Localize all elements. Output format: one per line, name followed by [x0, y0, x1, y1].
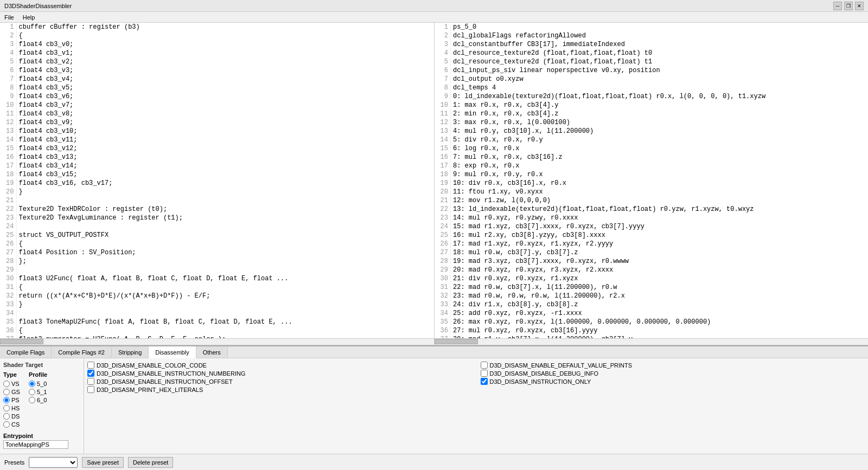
- line-number: 8: [0, 83, 16, 92]
- right-code-table: 1ps_5_02dcl_globalFlags refactoringAllow…: [435, 23, 869, 338]
- flag-instruction-offset-label: D3D_DISASM_ENABLE_INSTRUCTION_OFFSET: [97, 378, 233, 385]
- right-scrollbar-thumb[interactable]: [435, 339, 478, 344]
- line-number: 16: [0, 153, 16, 162]
- menu-file[interactable]: File: [0, 13, 18, 22]
- line-number: 31: [0, 283, 16, 292]
- presets-label: Presets: [4, 459, 24, 466]
- table-row: 29: [0, 266, 434, 274]
- code-line: dcl_globalFlags refactoringAllowed: [451, 31, 869, 40]
- right-scrollbar-horizontal[interactable]: [435, 338, 869, 345]
- tab-others[interactable]: Others: [196, 346, 228, 358]
- profile-60-label: 6_0: [37, 397, 47, 403]
- line-number: 29: [0, 266, 16, 274]
- type-ds-radio[interactable]: [3, 413, 10, 420]
- profile-50-radio[interactable]: [29, 381, 35, 387]
- type-hs[interactable]: HS: [3, 405, 20, 411]
- flag-default-value[interactable]: D3D_DISASM_ENABLE_DEFAULT_VALUE_PRINTS: [481, 362, 865, 369]
- type-ds[interactable]: DS: [3, 413, 20, 420]
- tab-compile-flags-2[interactable]: Compile Flags #2: [52, 346, 112, 358]
- table-row: 3021: div r0.xyz, r0.xyzx, r1.xyzx: [435, 274, 869, 283]
- profile-50[interactable]: 5_0: [29, 381, 47, 387]
- left-code-scroll[interactable]: 1cbuffer cBuffer : register (b3)2{3 floa…: [0, 23, 434, 338]
- entrypoint-input[interactable]: [3, 440, 68, 449]
- flag-instruction-offset-checkbox[interactable]: [87, 378, 94, 385]
- flag-color-code-label: D3D_DISASM_ENABLE_COLOR_CODE: [97, 362, 207, 369]
- table-row: 6 float4 cb3_v3;: [0, 66, 434, 75]
- line-number: 28: [435, 257, 451, 266]
- flag-instruction-offset[interactable]: D3D_DISASM_ENABLE_INSTRUCTION_OFFSET: [87, 378, 472, 385]
- table-row: 4 float4 cb3_v1;: [0, 49, 434, 57]
- table-row: 31{: [0, 283, 434, 292]
- code-line: Texture2D TexAvgLuminance : register (t1…: [16, 214, 434, 222]
- flag-hex-literals[interactable]: D3D_DISASM_PRINT_HEX_LITERALS: [87, 386, 472, 393]
- code-line: float4 cb3_v9;: [16, 118, 434, 127]
- delete-preset-button[interactable]: Delete preset: [128, 457, 173, 468]
- tab-disassembly[interactable]: Disassembly: [149, 346, 196, 358]
- type-gs-radio[interactable]: [3, 389, 10, 395]
- presets-select[interactable]: [29, 457, 78, 468]
- menu-help[interactable]: Help: [18, 13, 40, 22]
- table-row: 1ps_5_0: [435, 23, 869, 31]
- type-ps[interactable]: PS: [3, 397, 20, 403]
- code-line: float4 cb3_v7;: [16, 101, 434, 110]
- type-ps-radio[interactable]: [3, 397, 10, 403]
- flag-instruction-numbering-checkbox[interactable]: [87, 370, 94, 377]
- code-line: 2: min r0.x, r0.x, cb3[4].z: [451, 110, 869, 118]
- table-row: 2011: ftou r1.xy, v0.xyxx: [435, 188, 869, 196]
- left-scrollbar-thumb[interactable]: [0, 339, 43, 344]
- left-scrollbar-horizontal[interactable]: [0, 338, 434, 345]
- table-row: 16 7: mul r0.x, r0.x, cb3[16].z: [435, 153, 869, 162]
- table-row: 19 float4 cb3_v16, cb3_v17;: [0, 179, 434, 188]
- code-line: 8: exp r0.x, r0.x: [451, 162, 869, 170]
- flag-disable-debug-checkbox[interactable]: [481, 370, 488, 377]
- type-vs-radio[interactable]: [3, 381, 10, 387]
- code-line: 22: mad r0.w, cb3[7].x, l(11.200000), r0…: [451, 283, 869, 292]
- flag-color-code-checkbox[interactable]: [87, 362, 94, 369]
- flag-instruction-only[interactable]: D3D_DISASM_INSTRUCTION_ONLY: [481, 378, 865, 385]
- right-code-scroll[interactable]: 1ps_5_02dcl_globalFlags refactoringAllow…: [435, 23, 869, 338]
- tab-stripping[interactable]: Stripping: [112, 346, 149, 358]
- flag-hex-literals-checkbox[interactable]: [87, 386, 94, 393]
- table-row: 3425: add r0.xyz, r0.xyzx, -r1.xxxx: [435, 309, 869, 318]
- line-number: 2: [0, 31, 16, 40]
- type-vs[interactable]: VS: [3, 381, 20, 387]
- flag-instruction-numbering[interactable]: D3D_DISASM_ENABLE_INSTRUCTION_NUMBERING: [87, 370, 472, 377]
- table-row: 8dcl_temps 4: [435, 83, 869, 92]
- code-line: 4: mul r0.y, cb3[10].x, l(11.200000): [451, 127, 869, 136]
- flag-disable-debug-label: D3D_DISASM_DISABLE_DEBUG_INFO: [490, 370, 599, 377]
- type-hs-radio[interactable]: [3, 405, 10, 411]
- type-gs[interactable]: GS: [3, 389, 20, 395]
- type-cs-radio[interactable]: [3, 421, 10, 428]
- profile-51-radio[interactable]: [29, 389, 35, 395]
- flag-color-code[interactable]: D3D_DISASM_ENABLE_COLOR_CODE: [87, 362, 472, 369]
- profile-60-radio[interactable]: [29, 397, 35, 403]
- profile-51[interactable]: 5_1: [29, 389, 47, 395]
- flag-instruction-only-checkbox[interactable]: [481, 378, 488, 385]
- code-line: float4 cb3_v11;: [16, 136, 434, 144]
- save-preset-button[interactable]: Save preset: [82, 457, 124, 468]
- type-cs[interactable]: CS: [3, 421, 20, 428]
- table-row: 3223: mad r0.w, r0.w, r0.w, l(11.200000)…: [435, 292, 869, 300]
- flag-disable-debug[interactable]: D3D_DISASM_DISABLE_DEBUG_INFO: [481, 370, 865, 377]
- close-button[interactable]: ✕: [855, 2, 864, 10]
- code-line: float4 cb3_v12;: [16, 144, 434, 153]
- title-bar-controls[interactable]: ─ ❐ ✕: [833, 2, 864, 10]
- type-cs-label: CS: [11, 421, 20, 428]
- minimize-button[interactable]: ─: [833, 2, 842, 10]
- table-row: 5 float4 cb3_v2;: [0, 57, 434, 66]
- shader-target: Shader Target Type VS GS PS HS DS CS Pro…: [0, 358, 84, 454]
- profile-60[interactable]: 6_0: [29, 397, 47, 403]
- line-number: 12: [435, 118, 451, 127]
- table-row: 35float3 ToneMapU2Func( float A, float B…: [0, 318, 434, 326]
- flag-default-value-checkbox[interactable]: [481, 362, 488, 369]
- table-row: 9 0: ld_indexable(texture2d)(float,float…: [435, 92, 869, 101]
- line-number: 21: [0, 196, 16, 205]
- code-line: return ((x*(A*x+C*B)+D*E)/(x*(A*x+B)+D*F…: [16, 292, 434, 300]
- line-number: 1: [435, 23, 451, 31]
- table-row: 20}: [0, 188, 434, 196]
- restore-button[interactable]: ❐: [844, 2, 853, 10]
- line-number: 33: [435, 300, 451, 309]
- code-line: 27: mul r0.xyz, r0.xyzx, cb3[16].yyyy: [451, 326, 869, 335]
- table-row: 7 float4 cb3_v4;: [0, 75, 434, 83]
- tab-compile-flags[interactable]: Compile Flags: [0, 346, 52, 358]
